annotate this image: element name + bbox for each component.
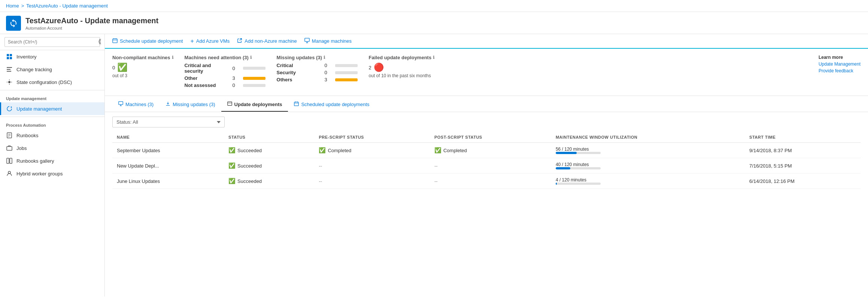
inventory-icon xyxy=(6,53,13,60)
sidebar-item-hybrid-worker[interactable]: Hybrid worker groups xyxy=(0,167,104,180)
sidebar-section-process-automation: Process Automation xyxy=(0,118,104,129)
svg-rect-0 xyxy=(7,54,9,56)
cell-start-time: 7/16/2018, 5:15 PM xyxy=(745,158,861,174)
check-icon: ✅ xyxy=(434,147,441,154)
page-header-text: TestAzureAuto - Update management Automa… xyxy=(25,16,158,30)
table-row[interactable]: June Linux Updates ✅ Succeeded -- -- 4 /… xyxy=(112,174,861,189)
col-post-script: POST-SCRIPT STATUS xyxy=(430,132,551,143)
non-compliant-label: Non-compliant machines xyxy=(112,55,170,60)
sidebar-item-inventory[interactable]: Inventory xyxy=(0,50,104,63)
tab-scheduled-label: Scheduled update deployments xyxy=(301,102,369,107)
svg-rect-27 xyxy=(227,102,231,106)
missing-updates-info-icon[interactable]: ℹ xyxy=(324,55,325,60)
sidebar-collapse-button[interactable]: ⟪ xyxy=(98,38,101,45)
security-bar xyxy=(335,71,358,74)
tab-machines[interactable]: Machines (3) xyxy=(112,97,160,112)
cell-start-time: 6/14/2018, 12:16 PM xyxy=(745,174,861,189)
page-title: TestAzureAuto - Update management xyxy=(25,16,158,25)
check-icon: ✅ xyxy=(319,147,326,154)
sidebar-item-inventory-label: Inventory xyxy=(16,54,36,60)
manage-machines-button[interactable]: Manage machines xyxy=(304,38,352,44)
failed-deployments-value: 2 🔴 xyxy=(369,63,435,72)
learn-more-label: Learn more xyxy=(819,55,861,60)
feedback-link[interactable]: Provide feedback xyxy=(819,68,861,73)
deployments-table: NAME STATUS PRE-SCRIPT STATUS POST-SCRIP… xyxy=(112,132,861,189)
page-header-icon xyxy=(6,16,21,31)
util-text: 56 / 120 minutes xyxy=(556,147,589,152)
failed-deployments-desc: out of 10 in the past six months xyxy=(369,73,435,78)
svg-rect-16 xyxy=(113,39,117,43)
manage-icon xyxy=(304,38,310,44)
page-subtitle: Automation Account xyxy=(25,26,158,30)
tab-scheduled[interactable]: Scheduled update deployments xyxy=(288,97,375,112)
sidebar-item-change-tracking[interactable]: Change tracking xyxy=(0,63,104,76)
col-status: STATUS xyxy=(224,132,314,143)
cell-name: September Updates xyxy=(112,143,224,158)
sidebar-item-change-tracking-label: Change tracking xyxy=(16,67,52,72)
cell-maintenance: 56 / 120 minutes xyxy=(551,143,745,158)
cell-post-script: -- xyxy=(430,158,551,174)
svg-rect-12 xyxy=(7,147,12,150)
cell-name: June Linux Updates xyxy=(112,174,224,189)
sidebar-item-runbooks-gallery-label: Runbooks gallery xyxy=(16,158,54,164)
cell-pre-script: -- xyxy=(314,158,430,174)
add-non-azure-button[interactable]: Add non-Azure machine xyxy=(237,38,297,44)
add-icon: + xyxy=(190,38,194,44)
cell-start-time: 9/14/2018, 8:37 PM xyxy=(745,143,861,158)
search-input[interactable] xyxy=(4,37,100,47)
cell-post-script: -- xyxy=(430,174,551,189)
main-layout: ⟪ Inventory Change tracking State config… xyxy=(0,34,868,297)
succeeded-check-icon: ✅ xyxy=(228,147,236,154)
sidebar-item-update-management[interactable]: Update management xyxy=(0,102,104,115)
stat-row-critical: Critical 0 xyxy=(277,63,358,68)
filter-bar: Status: AllStatus: SucceededStatus: Fail… xyxy=(105,112,868,132)
status-filter[interactable]: Status: AllStatus: SucceededStatus: Fail… xyxy=(112,117,225,127)
sidebar-section-update-management: Update management xyxy=(0,92,104,102)
svg-rect-4 xyxy=(7,67,12,68)
hybrid-worker-icon xyxy=(6,170,13,177)
update-management-link[interactable]: Update Management xyxy=(819,61,861,67)
stat-row-critical-security: Critical and security 0 xyxy=(185,63,265,74)
failed-deployments-info-icon[interactable]: ℹ xyxy=(433,55,434,60)
sidebar-item-runbooks-gallery[interactable]: Runbooks gallery xyxy=(0,154,104,167)
table-row[interactable]: New Update Depl... ✅ Succeeded -- -- 40 … xyxy=(112,158,861,174)
machines-attention-info-icon[interactable]: ℹ xyxy=(250,55,252,60)
cell-post-script: ✅ Completed xyxy=(430,143,551,158)
stat-machines-attention: Machines need attention (3) ℹ Critical a… xyxy=(185,55,265,90)
sidebar-item-jobs[interactable]: Jobs xyxy=(0,142,104,154)
sidebar-item-state-config[interactable]: State configuration (DSC) xyxy=(0,76,104,88)
schedule-update-label: Schedule update deployment xyxy=(120,38,183,44)
update-deployments-tab-icon xyxy=(227,101,232,107)
svg-rect-20 xyxy=(305,38,309,42)
cell-status: ✅ Succeeded xyxy=(224,174,314,189)
util-text: 4 / 120 minutes xyxy=(556,177,586,183)
cell-status: ✅ Succeeded xyxy=(224,143,314,158)
update-management-icon xyxy=(6,105,13,112)
table-row[interactable]: September Updates ✅ Succeeded ✅ Complete… xyxy=(112,143,861,158)
add-azure-vms-button[interactable]: + Add Azure VMs xyxy=(190,38,230,44)
breadcrumb-home[interactable]: Home xyxy=(6,3,19,9)
breadcrumb: Home > TestAzureAuto - Update management xyxy=(0,0,868,12)
not-assessed-bar xyxy=(243,84,265,87)
sidebar-item-runbooks[interactable]: Runbooks xyxy=(0,129,104,142)
tab-missing-updates[interactable]: Missing updates (3) xyxy=(160,97,221,112)
succeeded-check-icon: ✅ xyxy=(228,178,236,184)
sidebar-item-jobs-label: Jobs xyxy=(16,145,27,151)
col-pre-script: PRE-SCRIPT STATUS xyxy=(314,132,430,143)
other-bar xyxy=(243,77,265,80)
util-bar-fill xyxy=(556,167,571,169)
stat-non-compliant: Non-compliant machines ℹ 0 ✅ out of 3 xyxy=(112,55,173,78)
sidebar-search-container xyxy=(0,34,104,50)
cell-maintenance: 4 / 120 minutes xyxy=(551,174,745,189)
tab-update-deployments[interactable]: Update deployments xyxy=(221,97,288,112)
svg-rect-2 xyxy=(7,57,9,59)
critical-security-bar xyxy=(243,67,265,70)
toolbar: Schedule update deployment + Add Azure V… xyxy=(105,34,868,49)
schedule-update-button[interactable]: Schedule update deployment xyxy=(112,38,183,44)
succeeded-check-icon: ✅ xyxy=(228,162,236,169)
machines-attention-rows: Critical and security 0 Other 3 Not asse… xyxy=(185,63,265,88)
non-compliant-value: 0 ✅ xyxy=(112,63,173,72)
sidebar-divider-1 xyxy=(0,90,104,90)
stat-row-other: Other 3 xyxy=(185,75,265,81)
non-compliant-info-icon[interactable]: ℹ xyxy=(172,55,173,60)
